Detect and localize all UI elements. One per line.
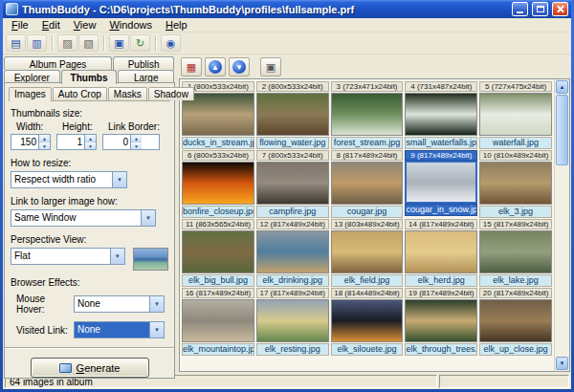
visited-link-select[interactable]: None ▼	[74, 321, 165, 338]
subtab-shadow[interactable]: Shadow	[148, 87, 194, 100]
height-value[interactable]: 1	[57, 135, 84, 149]
thumbnail-filename[interactable]: elk_through_trees.jpg	[405, 343, 477, 356]
thumbnail-image[interactable]	[256, 162, 329, 205]
menu-help[interactable]: Help	[159, 19, 194, 31]
thumbnail-cell[interactable]: 20 (817x489x24bit)elk_up_close.jpg	[479, 288, 552, 356]
chevron-down-icon[interactable]: ▼	[141, 210, 155, 226]
title-bar[interactable]: ThumbBuddy - C:\D6\projects\ThumbBuddy\p…	[3, 0, 571, 18]
width-value[interactable]: 150	[11, 135, 38, 149]
subtab-masks[interactable]: Masks	[108, 87, 147, 100]
tab-explorer[interactable]: Explorer	[4, 70, 60, 83]
thumbnail-cell[interactable]: 7 (800x533x24bit)campfire.jpg	[256, 150, 329, 218]
tab-thumbs[interactable]: Thumbs	[61, 70, 118, 84]
thumbnail-image[interactable]	[256, 230, 329, 273]
thumbnail-filename[interactable]: campfire.jpg	[256, 206, 329, 218]
save-as-button[interactable]: ▥	[27, 34, 47, 52]
thumbnail-image[interactable]	[331, 162, 404, 205]
width-stepper[interactable]: 150 ▲▼	[11, 134, 51, 150]
thumbnail-filename[interactable]: elk_lake.jpg	[479, 274, 552, 287]
thumbnail-cell[interactable]: 10 (810x489x24bit)elk_3.jpg	[479, 150, 552, 218]
thumbnail-image[interactable]	[331, 299, 404, 342]
generate-button[interactable]: Generate	[31, 358, 149, 378]
thumbnail-filename[interactable]: bonfire_closeup.jpg	[182, 206, 254, 218]
thumbnail-image[interactable]	[479, 230, 552, 273]
thumbnail-filename[interactable]: cougar_in_snow.jpg	[405, 204, 477, 216]
thumbnail-filename[interactable]: elk_field.jpg	[331, 274, 404, 287]
spin-up-icon[interactable]: ▲	[131, 135, 142, 142]
thumbnail-image[interactable]	[182, 299, 254, 342]
vertical-scrollbar[interactable]: ▲ ▼	[554, 79, 569, 371]
thumbnail-cell[interactable]: 19 (817x489x24bit)elk_through_trees.jpg	[405, 288, 477, 356]
chevron-down-icon[interactable]: ▼	[149, 296, 164, 312]
tab-publish[interactable]: Publish	[113, 56, 174, 70]
thumbnail-cell[interactable]: 13 (803x489x24bit)elk_field.jpg	[331, 219, 404, 287]
tab-large[interactable]: Large	[118, 70, 174, 83]
thumbnail-cell[interactable]: 17 (817x489x24bit)elk_resting.jpg	[256, 288, 329, 356]
chevron-down-icon[interactable]: ▼	[112, 172, 126, 187]
spin-up-icon[interactable]: ▲	[39, 135, 50, 142]
thumbnail-image[interactable]	[479, 299, 552, 342]
tab-album-pages[interactable]: Album Pages	[4, 56, 112, 70]
help-button[interactable]: ◉	[161, 34, 181, 52]
scrollbar-thumb[interactable]	[556, 95, 568, 165]
link-border-stepper[interactable]: 0 ▲▼	[102, 134, 160, 150]
thumbnail-filename[interactable]: forest_stream.jpg	[331, 137, 404, 149]
thumbnail-cell[interactable]: 8 (817x489x24bit)cougar.jpg	[331, 150, 404, 218]
thumbnail-cell[interactable]: 2 (800x533x24bit)flowing_water.jpg	[256, 81, 329, 149]
save-button[interactable]: ▤	[6, 34, 26, 52]
menu-view[interactable]: View	[67, 19, 103, 31]
print-button[interactable]: ▨	[57, 34, 77, 52]
thumbnail-cell[interactable]: 16 (817x489x24bit)elk_mountaintop.jpg	[182, 288, 254, 356]
thumbnail-filename[interactable]: elk_mountaintop.jpg	[182, 343, 254, 356]
thumbnail-filename[interactable]: elk_herd.jpg	[405, 274, 477, 287]
thumbnail-image[interactable]	[331, 230, 404, 273]
minimize-button[interactable]	[512, 2, 528, 16]
menu-edit[interactable]: Edit	[35, 19, 67, 31]
thumbnail-image[interactable]	[256, 299, 329, 342]
thumbnail-filename[interactable]: waterfall.jpg	[479, 137, 552, 149]
delete-image-button[interactable]: ▦	[181, 57, 202, 76]
thumbnail-filename[interactable]: elk_big_bull.jpg	[182, 274, 254, 287]
thumbnail-image[interactable]	[405, 93, 477, 136]
spin-down-icon[interactable]: ▼	[131, 142, 142, 149]
thumbnail-filename[interactable]: small_waterfalls.jpg	[405, 137, 477, 149]
move-image-up-button[interactable]: ▲	[205, 57, 226, 76]
scrollbar-track[interactable]	[556, 94, 568, 357]
thumbnail-image[interactable]	[331, 93, 404, 136]
thumbnail-image[interactable]	[182, 230, 254, 273]
maximize-button[interactable]	[532, 2, 548, 16]
mouse-hover-select[interactable]: None ▼	[74, 295, 165, 313]
thumbnail-image[interactable]	[405, 161, 477, 204]
close-button[interactable]	[552, 2, 568, 16]
thumbnail-filename[interactable]: ducks_in_stream.jpg	[182, 137, 254, 149]
thumbnail-cell[interactable]: 5 (727x475x24bit)waterfall.jpg	[479, 81, 552, 149]
thumbnail-cell[interactable]: 4 (731x487x24bit)small_waterfalls.jpg	[405, 81, 477, 149]
chevron-down-icon[interactable]: ▼	[149, 322, 164, 338]
scroll-up-icon[interactable]: ▲	[556, 80, 568, 94]
thumbnail-cell[interactable]: 14 (817x489x24bit)elk_herd.jpg	[405, 219, 477, 287]
view-button[interactable]: ▣	[260, 57, 281, 76]
chevron-down-icon[interactable]: ▼	[110, 249, 124, 264]
thumbnail-cell[interactable]: 11 (863x565x24bit)elk_big_bull.jpg	[182, 219, 254, 287]
thumbnail-cell[interactable]: 9 (817x489x24bit)cougar_in_snow.jpg	[405, 150, 477, 218]
thumbnail-image[interactable]	[182, 162, 254, 205]
spin-down-icon[interactable]: ▼	[85, 142, 96, 149]
thumbnail-image[interactable]	[479, 93, 552, 136]
spin-down-icon[interactable]: ▼	[39, 142, 50, 149]
menu-file[interactable]: File	[5, 19, 35, 31]
how-to-resize-select[interactable]: Respect width ratio ▼	[11, 171, 127, 188]
page-button[interactable]: ▣	[109, 34, 129, 52]
perspective-view-select[interactable]: Flat ▼	[11, 248, 125, 265]
menu-windows[interactable]: Windows	[102, 19, 159, 31]
thumbnail-cell[interactable]: 18 (814x489x24bit)elk_silouete.jpg	[331, 288, 404, 356]
thumbnail-filename[interactable]: flowing_water.jpg	[256, 137, 329, 149]
publish-button[interactable]: ↻	[130, 34, 150, 52]
thumbnail-cell[interactable]: 15 (817x489x24bit)elk_lake.jpg	[479, 219, 552, 287]
print-preview-button[interactable]: ▧	[78, 34, 99, 52]
thumbnail-filename[interactable]: elk_resting.jpg	[256, 343, 329, 356]
link-larger-select[interactable]: Same Window ▼	[11, 209, 156, 227]
subtab-auto-crop[interactable]: Auto Crop	[53, 87, 107, 100]
scroll-down-icon[interactable]: ▼	[556, 357, 568, 370]
link-border-value[interactable]: 0	[103, 135, 130, 149]
thumbnail-filename[interactable]: elk_3.jpg	[479, 206, 552, 218]
